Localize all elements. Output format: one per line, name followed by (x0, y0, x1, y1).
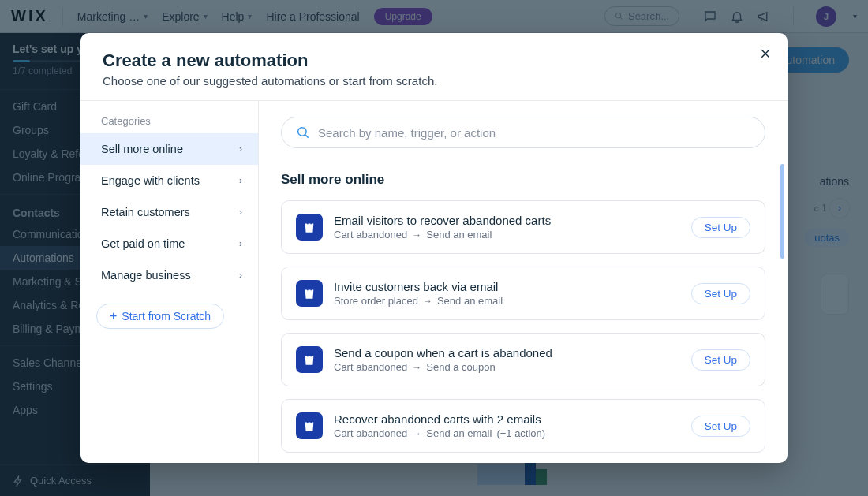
set-up-button[interactable]: Set Up (691, 416, 750, 437)
chevron-right-icon: › (239, 207, 242, 218)
automation-body: Send a coupon when a cart is abandoned C… (334, 346, 680, 373)
chevron-right-icon: › (239, 144, 242, 155)
automation-card[interactable]: Email visitors to recover abandoned cart… (281, 200, 765, 254)
automation-title: Invite customers back via email (334, 280, 680, 293)
automation-trigger: Store order placed (334, 295, 418, 307)
arrow-right-icon: → (423, 296, 432, 307)
automation-search[interactable] (281, 117, 765, 148)
category-label: Manage business (101, 269, 191, 282)
categories-heading: Categories (80, 115, 258, 133)
arrow-right-icon: → (412, 229, 421, 241)
automation-subtitle: Store order placed → Send an email (334, 295, 680, 307)
shopping-bag-icon (296, 412, 323, 439)
automation-trigger: Cart abandoned (334, 427, 407, 439)
plus-icon: + (110, 310, 117, 323)
category-label: Get paid on time (101, 237, 185, 250)
automation-subtitle: Cart abandoned → Send an email (334, 229, 680, 241)
chevron-right-icon: › (239, 175, 242, 186)
automation-card[interactable]: Send a coupon when a cart is abandoned C… (281, 333, 765, 386)
shopping-bag-icon (296, 346, 323, 373)
category-get-paid[interactable]: Get paid on time › (80, 228, 258, 259)
modal-title: Create a new automation (103, 50, 765, 71)
create-automation-modal: Create a new automation Choose one of ou… (80, 33, 788, 463)
automation-action: Send a coupon (426, 361, 495, 373)
arrow-right-icon: → (412, 362, 421, 373)
modal-subtitle: Choose one of our suggested automations … (103, 74, 765, 88)
category-label: Engage with clients (101, 174, 200, 187)
arrow-right-icon: → (412, 428, 421, 439)
category-sell-more-online[interactable]: Sell more online › (80, 133, 258, 165)
modal-header: Create a new automation Choose one of ou… (80, 33, 788, 100)
automation-action: Send an email (426, 427, 492, 439)
category-engage-clients[interactable]: Engage with clients › (80, 165, 258, 196)
svg-point-4 (298, 128, 307, 136)
start-from-scratch-label: Start from Scratch (122, 310, 211, 323)
close-icon (759, 47, 772, 60)
automation-trigger: Cart abandoned (334, 229, 407, 241)
chevron-right-icon: › (239, 238, 242, 249)
scrollbar-thumb[interactable] (780, 164, 784, 259)
automations-content: Sell more online Email visitors to recov… (259, 101, 788, 463)
section-title: Sell more online (281, 172, 765, 188)
automation-trigger: Cart abandoned (334, 361, 407, 373)
automation-card[interactable]: Recover abandoned carts with 2 emails Ca… (281, 399, 765, 453)
category-label: Retain customers (101, 206, 190, 218)
set-up-button[interactable]: Set Up (691, 349, 750, 371)
automation-extra: (+1 action) (496, 427, 545, 439)
svg-line-5 (305, 135, 309, 138)
automation-title: Email visitors to recover abandoned cart… (334, 214, 680, 227)
automation-subtitle: Cart abandoned → Send a coupon (334, 361, 680, 373)
category-manage-business[interactable]: Manage business › (80, 259, 258, 291)
set-up-button[interactable]: Set Up (691, 217, 750, 238)
set-up-button[interactable]: Set Up (691, 283, 750, 304)
categories-panel: Categories Sell more online › Engage wit… (80, 101, 259, 463)
close-button[interactable] (759, 47, 772, 63)
automation-title: Recover abandoned carts with 2 emails (334, 412, 680, 426)
automation-action: Send an email (437, 295, 503, 307)
shopping-bag-icon (296, 280, 323, 307)
automation-action: Send an email (426, 229, 492, 241)
automation-body: Email visitors to recover abandoned cart… (334, 214, 680, 241)
automation-body: Recover abandoned carts with 2 emails Ca… (334, 412, 680, 439)
automation-search-input[interactable] (318, 126, 750, 140)
category-retain-customers[interactable]: Retain customers › (80, 196, 258, 228)
automation-title: Send a coupon when a cart is abandoned (334, 346, 680, 360)
start-from-scratch-button[interactable]: + Start from Scratch (96, 304, 224, 329)
category-label: Sell more online (101, 143, 183, 155)
automation-body: Invite customers back via email Store or… (334, 280, 680, 307)
search-icon (296, 125, 310, 140)
automation-card[interactable]: Invite customers back via email Store or… (281, 267, 765, 320)
automation-subtitle: Cart abandoned → Send an email (+1 actio… (334, 427, 680, 439)
shopping-bag-icon (296, 214, 323, 241)
chevron-right-icon: › (239, 270, 242, 281)
